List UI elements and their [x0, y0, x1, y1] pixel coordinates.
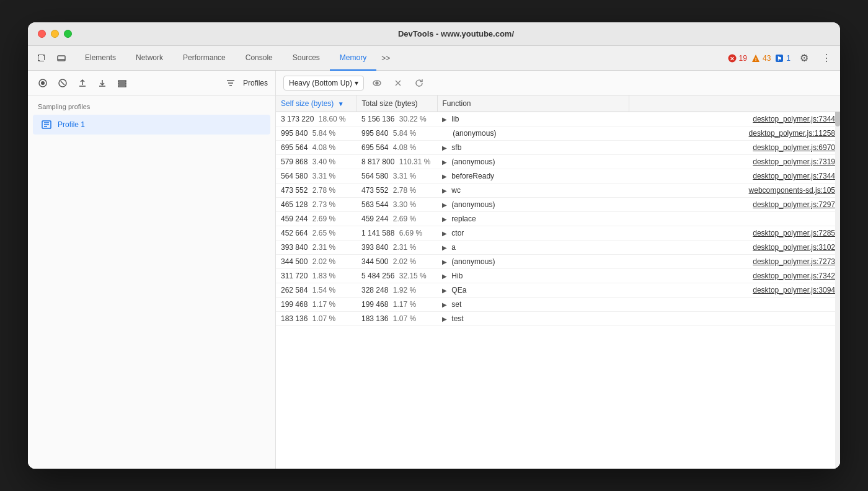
source-link[interactable]: desktop_polymer.js:7273 — [629, 255, 840, 269]
settings-button[interactable]: ⚙ — [795, 50, 813, 67]
tab-memory[interactable]: Memory — [330, 46, 376, 71]
main-content: Profiles Sampling profiles Profile 1 Hea… — [28, 71, 840, 469]
self-size-value: 3 173 220 — [281, 115, 314, 123]
source-link[interactable]: desktop_polymer.js:7297 — [629, 198, 840, 212]
devtools-body: Elements Network Performance Console Sou… — [28, 46, 840, 469]
clear-button[interactable] — [55, 76, 70, 91]
more-options-button[interactable]: ⋮ — [818, 50, 835, 67]
table-row[interactable]: 473 552 2.78 % 473 552 2.78 % ▶ wc webco… — [276, 184, 840, 198]
tab-bar: Elements Network Performance Console Sou… — [28, 46, 840, 71]
expand-icon[interactable]: ▶ — [442, 259, 447, 265]
expand-icon[interactable]: ▶ — [442, 116, 447, 123]
warning-badge[interactable]: ! 43 — [751, 53, 771, 63]
expand-icon[interactable]: ▶ — [442, 159, 447, 166]
source-link[interactable]: desktop_polymer.js:6970 — [629, 141, 840, 155]
tab-network[interactable]: Network — [126, 46, 173, 71]
table-row[interactable]: 695 564 4.08 % 695 564 4.08 % ▶ sfb desk… — [276, 141, 840, 155]
svg-rect-23 — [118, 81, 126, 82]
window-title: DevTools - www.youtube.com/ — [82, 29, 830, 38]
profile-1-item[interactable]: Profile 1 — [33, 115, 270, 135]
source-link[interactable]: desktop_polymer.js:7344 — [629, 112, 840, 126]
info-badge[interactable]: ⚑ 1 — [774, 53, 790, 63]
expand-icon[interactable]: ▶ — [442, 287, 447, 294]
record-button[interactable] — [35, 76, 50, 91]
self-size-value: 995 840 — [281, 129, 308, 138]
total-size-value: 5 484 256 — [361, 272, 394, 280]
source-link — [629, 298, 840, 312]
table-row[interactable]: 393 840 2.31 % 393 840 2.31 % ▶ a deskto… — [276, 241, 840, 255]
cursor-icon[interactable] — [33, 50, 50, 67]
data-table-container[interactable]: Self size (bytes) ▼ Total size (bytes) F… — [276, 95, 840, 469]
columns-button[interactable] — [115, 76, 130, 91]
total-size-pct: 1.92 % — [393, 286, 416, 294]
source-link[interactable]: desktop_polymer.js:7342 — [629, 269, 840, 283]
table-row[interactable]: 183 136 1.07 % 183 136 1.07 % ▶ test — [276, 312, 840, 326]
svg-rect-6 — [39, 55, 44, 55]
refresh-icon-button[interactable] — [411, 75, 427, 91]
tab-performance[interactable]: Performance — [173, 46, 236, 71]
source-link[interactable]: desktop_polymer.js:3094 — [629, 283, 840, 298]
expand-icon[interactable]: ▶ — [442, 173, 447, 180]
total-size-value: 393 840 — [361, 243, 388, 252]
table-row[interactable]: 199 468 1.17 % 199 468 1.17 % ▶ set — [276, 298, 840, 312]
table-row[interactable]: 262 584 1.54 % 328 248 1.92 % ▶ QEa desk… — [276, 283, 840, 298]
self-size-value: 344 500 — [281, 257, 308, 266]
total-size-pct: 2.31 % — [393, 243, 416, 252]
tab-elements[interactable]: Elements — [75, 46, 126, 71]
expand-icon[interactable]: ▶ — [442, 230, 447, 237]
close-button[interactable] — [38, 30, 46, 38]
maximize-button[interactable] — [64, 30, 72, 38]
error-badge[interactable]: ✕ 19 — [727, 53, 747, 63]
filter-icon[interactable] — [223, 76, 238, 91]
source-link[interactable]: webcomponents-sd.js:105 — [629, 184, 840, 198]
self-size-value: 465 128 — [281, 200, 308, 209]
table-row[interactable]: 459 244 2.69 % 459 244 2.69 % ▶ replace — [276, 212, 840, 226]
view-mode-dropdown[interactable]: Heavy (Bottom Up) ▾ — [283, 76, 364, 91]
expand-icon[interactable]: ▶ — [442, 244, 447, 251]
device-toggle-icon[interactable] — [53, 50, 70, 67]
table-row[interactable]: 995 840 5.84 % 995 840 5.84 % (anonymous… — [276, 126, 840, 141]
devtools-window: DevTools - www.youtube.com/ Elem — [28, 22, 840, 469]
clear-icon-button[interactable] — [390, 75, 406, 91]
source-link[interactable]: desktop_polymer.js:3102 — [629, 241, 840, 255]
minimize-button[interactable] — [51, 30, 59, 38]
source-link[interactable]: desktop_polymer.js:7285 — [629, 226, 840, 241]
expand-icon[interactable]: ▶ — [442, 216, 447, 223]
source-link[interactable]: desktop_polymer.js:7319 — [629, 155, 840, 169]
self-size-pct: 1.54 % — [312, 286, 335, 294]
self-size-pct: 2.02 % — [312, 257, 335, 266]
expand-icon[interactable]: ▶ — [442, 316, 447, 322]
table-row[interactable]: 564 580 3.31 % 564 580 3.31 % ▶ beforeRe… — [276, 169, 840, 184]
tab-console[interactable]: Console — [236, 46, 283, 71]
upload-button[interactable] — [75, 76, 90, 91]
expand-icon[interactable]: ▶ — [442, 301, 447, 308]
expand-icon[interactable]: ▶ — [442, 201, 447, 208]
table-row[interactable]: 3 173 220 18.60 % 5 156 136 30.22 % ▶ li… — [276, 112, 840, 126]
source-link[interactable]: desktop_polymer.js:7344 — [629, 169, 840, 184]
function-cell: ▶ a — [437, 241, 629, 255]
table-row[interactable]: 579 868 3.40 % 8 817 800 110.31 % ▶ (ano… — [276, 155, 840, 169]
tab-sources[interactable]: Sources — [283, 46, 330, 71]
more-tabs-button[interactable]: >> — [376, 46, 395, 71]
svg-text:⚑: ⚑ — [777, 56, 782, 62]
scrollbar-track[interactable] — [835, 95, 840, 469]
table-row[interactable]: 344 500 2.02 % 344 500 2.02 % ▶ (anonymo… — [276, 255, 840, 269]
eye-icon-button[interactable] — [369, 75, 385, 91]
table-row[interactable]: 465 128 2.73 % 563 544 3.30 % ▶ (anonymo… — [276, 198, 840, 212]
download-button[interactable] — [95, 76, 110, 91]
svg-rect-3 — [39, 61, 44, 61]
function-header[interactable]: Function — [437, 95, 629, 112]
svg-rect-0 — [38, 55, 39, 56]
expand-icon[interactable]: ▶ — [442, 187, 447, 194]
total-size-pct: 1.17 % — [393, 300, 416, 309]
total-size-header[interactable]: Total size (bytes) — [356, 95, 437, 112]
table-row[interactable]: 311 720 1.83 % 5 484 256 32.15 % ▶ Hib d… — [276, 269, 840, 283]
source-link[interactable]: desktop_polymer.js:11258 — [629, 126, 840, 141]
total-size-pct: 6.69 % — [399, 229, 422, 237]
self-size-header[interactable]: Self size (bytes) ▼ — [276, 95, 356, 112]
self-size-value: 564 580 — [281, 172, 308, 180]
expand-icon[interactable]: ▶ — [442, 273, 447, 280]
total-size-value: 344 500 — [361, 257, 388, 266]
expand-icon[interactable]: ▶ — [442, 144, 447, 151]
table-row[interactable]: 452 664 2.65 % 1 141 588 6.69 % ▶ ctor d… — [276, 226, 840, 241]
